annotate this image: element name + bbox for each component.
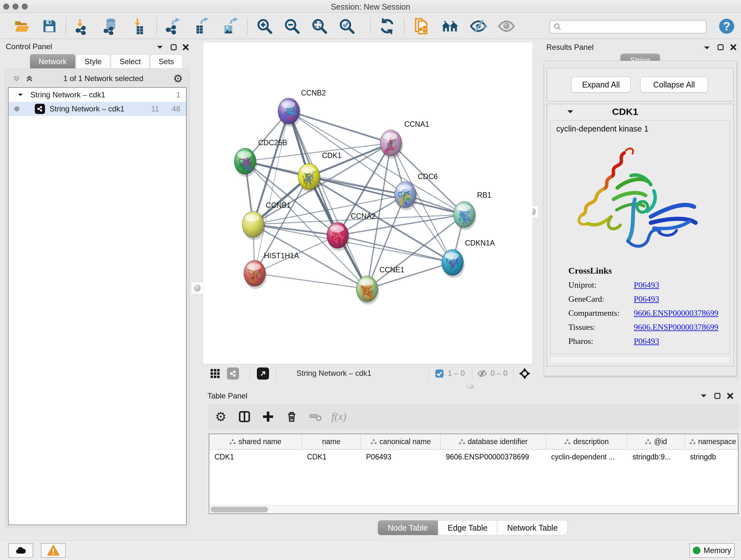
- column-header-description[interactable]: description: [546, 434, 627, 449]
- tab-network[interactable]: Network: [30, 54, 75, 68]
- tab-style[interactable]: Style: [76, 54, 110, 68]
- expand-all-icon[interactable]: [25, 74, 33, 83]
- add-column-icon[interactable]: [256, 407, 280, 426]
- zoom-selected-icon[interactable]: [338, 17, 356, 36]
- detach-view-icon[interactable]: [257, 368, 269, 380]
- tab-sets[interactable]: Sets: [150, 54, 183, 68]
- tab-network-table[interactable]: Network Table: [497, 520, 567, 535]
- panel-close-icon[interactable]: [730, 44, 737, 52]
- network-collection-row[interactable]: String Network – cdk1 1: [9, 88, 186, 102]
- help-icon[interactable]: ?: [718, 17, 736, 36]
- save-session-icon[interactable]: [40, 17, 59, 36]
- zoom-out-icon[interactable]: [283, 17, 301, 36]
- delete-column-icon[interactable]: [280, 407, 304, 426]
- zoom-in-icon[interactable]: [255, 17, 274, 36]
- table-cell[interactable]: P06493: [361, 449, 441, 464]
- birds-eye-view-icon[interactable]: [519, 368, 531, 380]
- clone-network-icon[interactable]: [412, 17, 431, 36]
- network-node-hist1h1a[interactable]: HIST1H1A: [244, 252, 299, 289]
- panel-close-icon[interactable]: [726, 392, 734, 401]
- hidden-count: 0 – 0: [490, 369, 508, 378]
- table-cell[interactable]: stringdb:9...: [627, 449, 685, 464]
- crosslink-link[interactable]: 9606.ENSP00000378699: [634, 322, 718, 332]
- table-cell[interactable]: CDK1: [302, 449, 361, 464]
- crosslink-link[interactable]: P06493: [634, 336, 659, 346]
- panel-float-icon[interactable]: [714, 392, 721, 401]
- memory-button[interactable]: Memory: [689, 543, 735, 558]
- network-row[interactable]: String Network – cdk1 11 48: [9, 102, 186, 116]
- tab-edge-table[interactable]: Edge Table: [438, 520, 497, 535]
- column-header-namespace[interactable]: namespace: [685, 434, 738, 449]
- cloud-status-button[interactable]: [8, 543, 33, 558]
- show-columns-icon[interactable]: [232, 407, 256, 426]
- home-networks-icon[interactable]: [441, 17, 460, 36]
- table-cell[interactable]: stringdb: [685, 449, 738, 464]
- column-header-databaseidentifier[interactable]: database identifier: [441, 434, 546, 449]
- panel-float-icon[interactable]: [717, 44, 724, 52]
- network-edge[interactable]: [289, 111, 391, 143]
- column-header-name[interactable]: name: [302, 434, 361, 449]
- expand-all-button[interactable]: Expand All: [571, 77, 630, 92]
- crosslink-link[interactable]: P06493: [634, 280, 659, 290]
- horizontal-splitter-handle[interactable]: [467, 384, 474, 389]
- selected-checkbox-icon[interactable]: [435, 369, 444, 378]
- network-node-ccnb1[interactable]: CCNB1: [242, 201, 291, 240]
- table-horizontal-scrollbar[interactable]: [209, 505, 738, 513]
- crosslink-link[interactable]: 9606.ENSP00000378699: [634, 308, 718, 318]
- table-row[interactable]: CDK1CDK1P064939606.ENSP00000378699cyclin…: [209, 449, 738, 464]
- panel-float-icon[interactable]: [170, 44, 178, 52]
- network-edge[interactable]: [289, 111, 367, 289]
- network-node-ccna2[interactable]: CCNA2: [327, 212, 376, 251]
- hide-selected-eye-icon[interactable]: [469, 17, 488, 36]
- warnings-button[interactable]: [41, 543, 66, 558]
- results-scrollbar[interactable]: [550, 356, 730, 364]
- table-cell[interactable]: CDK1: [209, 449, 302, 464]
- export-image-icon[interactable]: [220, 17, 239, 36]
- column-header-sharedname[interactable]: shared name: [209, 434, 302, 449]
- column-header-id[interactable]: @id: [627, 434, 685, 449]
- network-edge[interactable]: [289, 111, 464, 214]
- collapse-all-button[interactable]: Collapse All: [640, 77, 708, 92]
- column-header-label: database identifier: [468, 437, 528, 446]
- network-view-icon[interactable]: [227, 368, 239, 380]
- open-session-icon[interactable]: [13, 17, 31, 36]
- import-table-icon[interactable]: [130, 17, 148, 36]
- network-node-cdkn1a[interactable]: CDKN1A: [442, 239, 495, 278]
- panel-menu-icon[interactable]: [700, 393, 707, 400]
- zoom-fit-icon[interactable]: [310, 17, 329, 36]
- network-edge[interactable]: [255, 273, 367, 289]
- node-label: CCNA1: [404, 120, 429, 128]
- table-cell[interactable]: cyclin-dependent ...: [546, 449, 627, 464]
- export-table-icon[interactable]: [192, 17, 210, 36]
- edge-layer: [245, 111, 464, 289]
- table-cell[interactable]: 9606.ENSP00000378699: [441, 449, 546, 464]
- network-edge[interactable]: [253, 225, 338, 235]
- column-header-canonicalname[interactable]: canonical name: [361, 434, 441, 449]
- network-node-rb1[interactable]: RB1: [454, 191, 491, 230]
- grid-view-icon[interactable]: [210, 368, 220, 379]
- network-node-ccna1[interactable]: CCNA1: [380, 120, 429, 159]
- tab-select[interactable]: Select: [111, 54, 149, 68]
- collapse-all-icon[interactable]: [12, 74, 21, 83]
- search-input[interactable]: [562, 21, 706, 32]
- network-edge[interactable]: [338, 235, 453, 262]
- table-settings-gear-icon[interactable]: ⚙: [209, 407, 232, 426]
- import-database-icon[interactable]: [101, 17, 119, 36]
- tab-node-table[interactable]: Node Table: [378, 520, 438, 535]
- left-splitter-handle[interactable]: [191, 282, 203, 294]
- column-type-icon: [645, 439, 651, 445]
- collection-expander-icon[interactable]: [17, 92, 23, 97]
- panel-menu-icon[interactable]: [156, 45, 163, 51]
- panel-menu-icon[interactable]: [703, 45, 711, 52]
- entry-expander-icon[interactable]: [567, 109, 574, 114]
- network-edge-count: 48: [172, 105, 180, 113]
- refresh-icon[interactable]: [378, 17, 396, 36]
- scrollbar-thumb[interactable]: [211, 507, 268, 512]
- export-network-icon[interactable]: [163, 17, 181, 36]
- import-network-icon[interactable]: [72, 17, 91, 36]
- panel-close-icon[interactable]: [182, 44, 190, 52]
- search-field[interactable]: [549, 20, 706, 34]
- crosslink-link[interactable]: P06493: [634, 294, 659, 304]
- network-canvas[interactable]: CCNB2CCNA1CDC25BCDK1CDC6RB1CCNB1CCNA2CDK…: [203, 43, 532, 364]
- network-options-gear-icon[interactable]: ⚙: [173, 72, 183, 85]
